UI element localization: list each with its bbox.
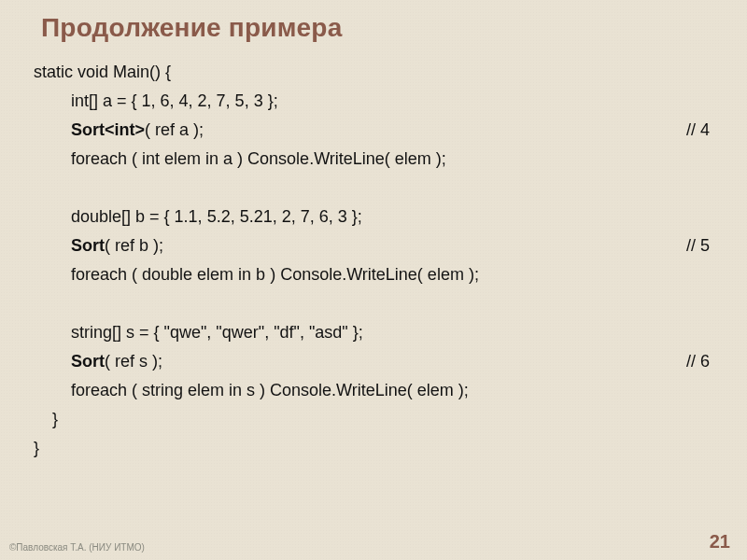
code-line: Sort( ref s ); // 6 <box>34 347 710 376</box>
code-text: ( ref s ); <box>105 347 162 376</box>
blank-line <box>34 289 710 318</box>
blank-line <box>34 174 710 203</box>
code-indent <box>34 116 71 145</box>
code-line: int[] a = { 1, 6, 4, 2, 7, 5, 3 }; <box>34 87 710 116</box>
code-line: static void Main() { <box>34 58 710 87</box>
code-indent <box>34 231 71 260</box>
code-text: foreach ( string elem in s ) Console.Wri… <box>34 376 469 405</box>
code-text: static void Main() { <box>34 58 171 87</box>
code-bold: Sort <box>71 347 105 376</box>
code-line: } <box>34 405 710 434</box>
code-text: ( ref b ); <box>105 231 163 260</box>
code-bold: Sort <box>71 231 105 260</box>
code-comment: // 6 <box>686 347 710 376</box>
code-line: string[] s = { "qwe", "qwer", "df", "asd… <box>34 318 710 347</box>
code-line: Sort( ref b ); // 5 <box>34 231 710 260</box>
code-line: foreach ( int elem in a ) Console.WriteL… <box>34 145 710 174</box>
code-text: int[] a = { 1, 6, 4, 2, 7, 5, 3 }; <box>34 87 278 116</box>
code-text: ( ref a ); <box>145 116 204 145</box>
code-bold: Sort<int> <box>71 116 145 145</box>
code-line: foreach ( double elem in b ) Console.Wri… <box>34 260 710 289</box>
code-text: string[] s = { "qwe", "qwer", "df", "asd… <box>34 318 363 347</box>
code-comment: // 5 <box>686 231 710 260</box>
code-comment: // 4 <box>686 116 710 145</box>
code-text: double[] b = { 1.1, 5.2, 5.21, 2, 7, 6, … <box>34 203 362 231</box>
page-number: 21 <box>710 531 730 553</box>
code-line: double[] b = { 1.1, 5.2, 5.21, 2, 7, 6, … <box>34 203 710 231</box>
code-text: } <box>34 405 58 434</box>
code-line: Sort<int>( ref a ); // 4 <box>34 116 710 145</box>
code-indent <box>34 347 71 376</box>
footer-copyright: ©Павловская Т.А. (НИУ ИТМО) <box>9 542 145 553</box>
code-text: } <box>34 434 39 463</box>
code-block: static void Main() { int[] a = { 1, 6, 4… <box>34 58 710 463</box>
slide: Продолжение примера static void Main() {… <box>0 0 747 560</box>
code-text: foreach ( double elem in b ) Console.Wri… <box>34 260 479 289</box>
code-line: foreach ( string elem in s ) Console.Wri… <box>34 376 710 405</box>
code-line: } <box>34 434 710 463</box>
slide-title: Продолжение примера <box>41 13 342 43</box>
code-text: foreach ( int elem in a ) Console.WriteL… <box>34 145 446 174</box>
